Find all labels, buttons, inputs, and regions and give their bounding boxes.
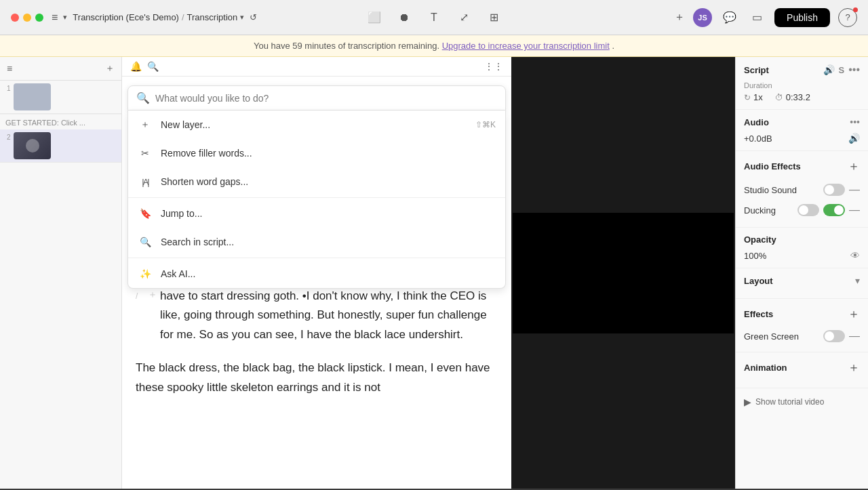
ducking-minus[interactable]: — <box>849 204 860 216</box>
clip-thumbnail-1 <box>14 83 51 110</box>
script-text-3: The black dress, the black bag, the blac… <box>136 361 490 394</box>
right-panel: Script 🔊 S ••• Duration ↻ 1x ⏱ 0:33.2 <box>735 57 868 489</box>
green-screen-toggle[interactable] <box>823 330 845 342</box>
option-new-layer-label: New layer... <box>161 119 210 130</box>
opacity-value[interactable]: 100% <box>744 251 766 261</box>
ducking-toggle1[interactable] <box>797 204 819 216</box>
ducking-toggle2[interactable] <box>823 204 845 216</box>
list-item[interactable]: 2 <box>0 129 121 163</box>
layout-title: Layout <box>744 276 773 286</box>
option-ask-ai[interactable]: ✨ Ask AI... <box>128 260 505 288</box>
breadcrumb: Transcription (Ece's Demo) / Transcripti… <box>73 12 244 22</box>
opacity-row: 100% 👁 <box>744 250 860 261</box>
opacity-eye-icon[interactable]: 👁 <box>850 250 860 261</box>
audio-section-header: Audio ••• <box>744 117 860 127</box>
animation-add-btn[interactable]: ＋ <box>848 359 860 375</box>
duration-row: ↻ 1x ⏱ 0:33.2 <box>744 92 860 102</box>
main-layout: ≡ ＋ 1 GET STARTED: Click ... 2 🔔 🔍 ⋮⋮ <box>0 57 868 489</box>
animation-title: Animation <box>744 363 787 373</box>
help-button[interactable]: ? <box>838 8 857 27</box>
option-new-layer[interactable]: ＋ New layer... ⇧⌘K <box>128 110 505 139</box>
menu-icon[interactable]: ≡ <box>52 12 58 24</box>
upgrade-link[interactable]: Upgrade to increase your transcription l… <box>442 41 610 51</box>
panel-icon[interactable]: ▭ <box>747 8 766 27</box>
option-search-script[interactable]: 🔍 Search in script... <box>128 228 505 256</box>
jump-to-icon: 🔖 <box>138 206 153 221</box>
studio-sound-label: Studio Sound <box>744 185 797 195</box>
new-layer-icon: ＋ <box>138 117 153 132</box>
duration-label: Duration <box>744 81 860 89</box>
audio-section-title: Audio <box>744 117 769 127</box>
search-divider-2 <box>128 258 505 258</box>
option-remove-filler[interactable]: ✂ Remove filler words... <box>128 139 505 167</box>
clip-number-2: 2 <box>7 134 11 141</box>
breadcrumb-project[interactable]: Transcription (Ece's Demo) <box>73 12 179 22</box>
close-button[interactable] <box>11 14 19 22</box>
plus-icon[interactable]: ＋ <box>674 10 685 24</box>
audio-volume-icon[interactable]: 🔊 <box>848 133 860 144</box>
list-options-icon[interactable]: ⋮⋮ <box>484 61 503 72</box>
maximize-button[interactable] <box>35 14 43 22</box>
script-toolbar: 🔔 🔍 ⋮⋮ <box>122 57 511 77</box>
search-options-list: ＋ New layer... ⇧⌘K ✂ Remove filler words… <box>127 110 506 289</box>
right-audio-section: Audio ••• +0.0dB 🔊 <box>736 110 868 151</box>
green-screen-minus[interactable]: — <box>849 330 860 342</box>
minimize-button[interactable] <box>23 14 31 22</box>
option-jump-to[interactable]: 🔖 Jump to... <box>128 199 505 228</box>
sidebar-menu-btn[interactable]: ≡ <box>7 63 12 74</box>
history-icon[interactable]: ↺ <box>250 12 257 22</box>
tutorial-label: Show tutorial video <box>755 397 824 407</box>
line-number-2: / <box>136 289 145 303</box>
chat-icon[interactable]: 💬 <box>720 8 739 27</box>
studio-sound-minus[interactable]: — <box>849 184 860 196</box>
get-started-label: GET STARTED: Click ... <box>0 114 121 129</box>
add-line-icon[interactable]: ＋ <box>148 287 157 303</box>
right-audio-effects-section: Audio Effects ＋ Studio Sound — Ducking — <box>736 151 868 228</box>
breadcrumb-dropdown-icon[interactable]: ▾ <box>240 13 244 22</box>
green-screen-item: Green Screen — <box>744 327 860 345</box>
audio-row: +0.0dB 🔊 <box>744 133 860 144</box>
avatar: JS <box>693 8 712 27</box>
script-area: 🔔 🔍 ⋮⋮ 🔍 ＋ New layer... ⇧⌘K ✂ Remove fil… <box>122 57 511 489</box>
time-value[interactable]: 0:33.2 <box>786 92 810 102</box>
script-paragraph-2: / ＋ have to start dressing goth. •I don'… <box>136 287 498 346</box>
tutorial-button[interactable]: ▶ Show tutorial video <box>736 388 868 415</box>
remove-filler-icon: ✂ <box>138 146 153 161</box>
layout-chevron-icon[interactable]: ▾ <box>855 275 860 286</box>
search-icon[interactable]: 🔍 <box>147 61 159 72</box>
transform-icon[interactable]: ⤢ <box>454 8 473 27</box>
search-input[interactable] <box>155 93 497 104</box>
banner-text: You have 59 minutes of transcription rem… <box>254 41 439 51</box>
sidebar-toolbar: ≡ ＋ <box>0 57 121 81</box>
script-more-icon[interactable]: ••• <box>848 64 860 76</box>
studio-sound-row: Studio Sound — <box>744 180 860 200</box>
speed-icon: ↻ <box>744 93 751 102</box>
chevron-icon[interactable]: ▾ <box>63 13 67 22</box>
notification-icon[interactable]: 🔔 <box>130 61 142 72</box>
audio-db-value[interactable]: +0.0dB <box>744 134 772 144</box>
audio-effects-add-btn[interactable]: ＋ <box>848 158 860 174</box>
grid-icon[interactable]: ⊞ <box>484 8 503 27</box>
camera-icon[interactable]: ⬜ <box>365 8 384 27</box>
list-item[interactable]: 1 <box>0 81 121 114</box>
breadcrumb-current[interactable]: Transcription <box>187 12 238 22</box>
audio-more-icon[interactable]: ••• <box>850 117 860 127</box>
publish-button[interactable]: Publish <box>774 8 830 27</box>
speed-value[interactable]: 1x <box>753 92 763 102</box>
script-text-2: have to start dressing goth. •I don't kn… <box>160 287 498 346</box>
option-shorten-gaps[interactable]: |A| Shorten word gaps... <box>128 167 505 196</box>
effects-add-btn[interactable]: ＋ <box>848 306 860 322</box>
studio-sound-toggle[interactable] <box>823 184 845 196</box>
text-icon[interactable]: T <box>425 8 443 27</box>
sidebar-add-btn[interactable]: ＋ <box>105 62 115 75</box>
line-controls-2: / ＋ have to start dressing goth. •I don'… <box>136 287 498 346</box>
right-opacity-section: Opacity 100% 👁 <box>736 228 868 268</box>
left-sidebar: ≡ ＋ 1 GET STARTED: Click ... 2 <box>0 57 122 489</box>
record-icon[interactable]: ⏺ <box>395 8 414 27</box>
video-preview <box>513 213 734 333</box>
option-ask-ai-label: Ask AI... <box>161 268 195 279</box>
script-s-icon[interactable]: S <box>839 65 845 75</box>
time-item: ⏱ 0:33.2 <box>775 92 810 102</box>
right-script-section: Script 🔊 S ••• Duration ↻ 1x ⏱ 0:33.2 <box>736 57 868 110</box>
script-volume-icon[interactable]: 🔊 <box>823 64 835 75</box>
